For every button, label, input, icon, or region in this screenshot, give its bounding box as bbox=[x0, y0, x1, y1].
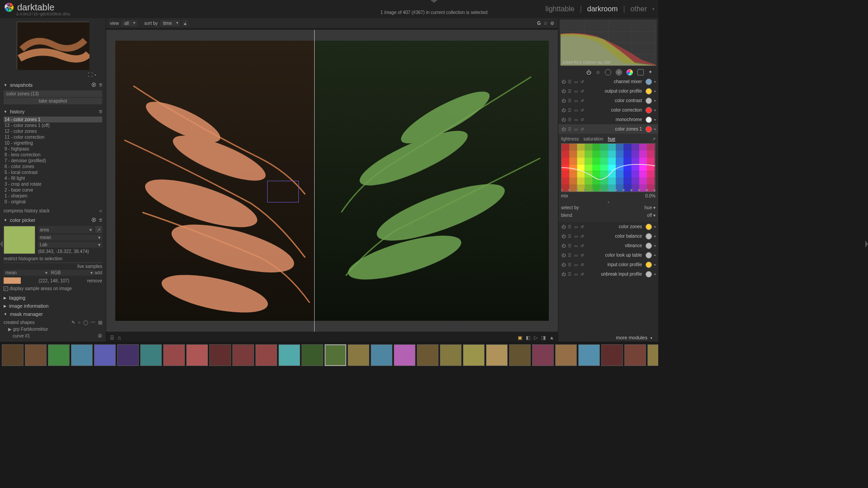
module-enable-icon[interactable]: ⏻ bbox=[561, 99, 566, 103]
module-multi-icon[interactable]: ☰ bbox=[567, 89, 572, 94]
module-enable-icon[interactable]: ⏻ bbox=[561, 263, 566, 267]
module-row[interactable]: ⏻☰▭↺input color profile◂ bbox=[558, 260, 658, 269]
module-multi-icon[interactable]: ☰ bbox=[567, 244, 572, 248]
module-enable-icon[interactable]: ⏻ bbox=[561, 244, 566, 248]
module-row[interactable]: ⏻☰▭↺unbreak input profile◂ bbox=[558, 269, 658, 279]
module-enable-icon[interactable]: ⏻ bbox=[561, 234, 566, 239]
rawoverexposed-icon[interactable]: ▲ bbox=[549, 335, 554, 340]
module-instance-icon[interactable]: ▭ bbox=[574, 108, 578, 113]
module-reset-icon[interactable]: ↺ bbox=[580, 117, 585, 122]
picker-tool-icon[interactable]: ↗ bbox=[95, 226, 102, 233]
history-item[interactable]: 11 - color correction bbox=[4, 134, 102, 140]
module-expand-icon[interactable]: ◂ bbox=[654, 272, 656, 276]
module-instance-icon[interactable]: ▭ bbox=[574, 127, 578, 131]
filmstrip-thumb[interactable] bbox=[486, 344, 508, 366]
blend-value[interactable]: off ▾ bbox=[647, 213, 656, 218]
snapshot-split-line[interactable] bbox=[314, 30, 315, 332]
filmstrip-thumb[interactable] bbox=[48, 344, 70, 366]
snapshots-header[interactable]: ▼snapshots⦿☰ bbox=[0, 81, 106, 89]
filmstrip-thumb[interactable] bbox=[186, 344, 208, 366]
preferences-gear-icon[interactable]: ⚙ bbox=[550, 21, 554, 26]
play-icon[interactable]: ▷ bbox=[534, 335, 538, 341]
history-item[interactable]: 3 - crop and rotate bbox=[4, 181, 102, 187]
picker-space-select[interactable]: Lab▾ bbox=[38, 242, 102, 248]
module-reset-icon[interactable]: ↺ bbox=[580, 80, 585, 84]
module-reset-icon[interactable]: ↺ bbox=[580, 272, 585, 277]
filmstrip-thumb[interactable] bbox=[209, 344, 231, 366]
module-row[interactable]: ⏻☰▭↺color balance◂ bbox=[558, 231, 658, 241]
presets-icon[interactable]: ☰ bbox=[99, 110, 102, 114]
filmstrip-thumb[interactable] bbox=[417, 344, 439, 366]
module-row[interactable]: ⏻☰▭↺color contrast◂ bbox=[558, 96, 658, 105]
histogram[interactable]: 1/640 f/4.0 102mm iso 100 bbox=[560, 20, 656, 66]
history-item[interactable]: 9 - highpass bbox=[4, 146, 102, 152]
picker-mode-select[interactable]: area▾ bbox=[38, 226, 94, 233]
module-row[interactable]: ⏻☰▭↺color look up table◂ bbox=[558, 250, 658, 260]
module-expand-icon[interactable]: ◂ bbox=[654, 234, 656, 238]
display-samples-checkbox[interactable] bbox=[4, 286, 8, 291]
add-sample-button[interactable]: add bbox=[94, 270, 102, 275]
filmstrip-thumb[interactable] bbox=[371, 344, 392, 366]
group-color-icon[interactable] bbox=[627, 69, 633, 75]
history-item[interactable]: 1 - sharpen bbox=[4, 193, 102, 199]
cz-tab[interactable]: saturation bbox=[583, 136, 603, 141]
select-by-value[interactable]: hue ▾ bbox=[645, 205, 656, 210]
fit-icon[interactable]: ⛶ ▾ bbox=[88, 72, 97, 77]
history-item[interactable]: 14 - color zones 1 bbox=[4, 117, 102, 122]
module-multi-icon[interactable]: ☰ bbox=[567, 127, 572, 131]
filmstrip-thumb[interactable] bbox=[532, 344, 554, 366]
module-expand-icon[interactable]: ◂ bbox=[654, 263, 656, 267]
module-enable-icon[interactable]: ⏻ bbox=[561, 253, 566, 258]
module-expand-icon[interactable]: ◂ bbox=[654, 127, 656, 131]
module-row[interactable]: ⏻☰▭↺color zones 1◂ bbox=[558, 124, 658, 134]
module-enable-icon[interactable]: ⏻ bbox=[561, 127, 566, 131]
brush-icon[interactable]: ✎ bbox=[71, 320, 75, 325]
module-reset-icon[interactable]: ↺ bbox=[580, 234, 585, 239]
overexposed-icon[interactable]: ◨ bbox=[541, 335, 546, 341]
group-correct-icon[interactable] bbox=[637, 69, 644, 75]
tab-darkroom[interactable]: darkroom bbox=[587, 5, 618, 13]
grouping-icon[interactable]: G bbox=[537, 21, 541, 26]
module-enable-icon[interactable]: ⏻ bbox=[561, 89, 566, 94]
history-header[interactable]: ▼history☰ bbox=[0, 108, 106, 116]
picker-stat-select[interactable]: mean▾ bbox=[38, 235, 102, 240]
color-zones-grid[interactable] bbox=[561, 143, 656, 192]
module-star-icon[interactable]: ☆ bbox=[596, 70, 600, 75]
filmstrip-thumb[interactable] bbox=[440, 344, 462, 366]
module-row[interactable]: ⏻☰▭↺color correction◂ bbox=[558, 105, 658, 115]
module-multi-icon[interactable]: ☰ bbox=[567, 253, 572, 258]
mask-manager-header[interactable]: ▼mask manager bbox=[0, 310, 106, 318]
filmstrip-thumb[interactable] bbox=[348, 344, 369, 366]
filmstrip-thumb[interactable] bbox=[71, 344, 93, 366]
filmstrip-thumb[interactable] bbox=[255, 344, 277, 366]
filmstrip-thumb[interactable] bbox=[117, 344, 139, 366]
module-instance-icon[interactable]: ▭ bbox=[574, 80, 578, 84]
module-instance-icon[interactable]: ▭ bbox=[574, 117, 578, 122]
module-reset-icon[interactable]: ↺ bbox=[580, 89, 585, 94]
filmstrip-thumb[interactable] bbox=[509, 344, 531, 366]
module-instance-icon[interactable]: ▭ bbox=[574, 253, 578, 258]
filmstrip-thumb[interactable] bbox=[278, 344, 300, 366]
more-modules-button[interactable]: more modules◂ bbox=[558, 333, 658, 342]
view-select[interactable]: all bbox=[122, 20, 137, 26]
module-reset-icon[interactable]: ↺ bbox=[580, 263, 585, 267]
picker-icon[interactable]: ↗ bbox=[652, 136, 656, 141]
group-effect-icon[interactable]: ✦ bbox=[648, 69, 655, 75]
filmstrip-thumb[interactable] bbox=[578, 344, 600, 366]
history-item[interactable]: 10 - vignetting bbox=[4, 140, 102, 146]
module-reset-icon[interactable]: ↺ bbox=[580, 253, 585, 258]
module-instance-icon[interactable]: ▭ bbox=[574, 263, 578, 267]
reset-icon[interactable]: ⦿ bbox=[91, 82, 96, 88]
tab-lighttable[interactable]: lighttable bbox=[546, 5, 575, 13]
history-item[interactable]: 6 - color zones bbox=[4, 164, 102, 169]
reset-icon[interactable]: ⦿ bbox=[91, 217, 96, 223]
sort-dir-icon[interactable]: ▴ bbox=[183, 20, 188, 26]
module-multi-icon[interactable]: ☰ bbox=[567, 272, 572, 277]
module-instance-icon[interactable]: ▭ bbox=[574, 272, 578, 277]
module-row[interactable]: ⏻☰▭↺monochrome◂ bbox=[558, 115, 658, 124]
circle-icon[interactable]: ○ bbox=[78, 320, 80, 325]
module-expand-icon[interactable]: ◂ bbox=[654, 108, 656, 112]
image-canvas[interactable] bbox=[106, 30, 558, 332]
quick-presets-icon[interactable]: ☰ bbox=[110, 335, 114, 341]
filmstrip-thumb[interactable] bbox=[647, 344, 658, 366]
